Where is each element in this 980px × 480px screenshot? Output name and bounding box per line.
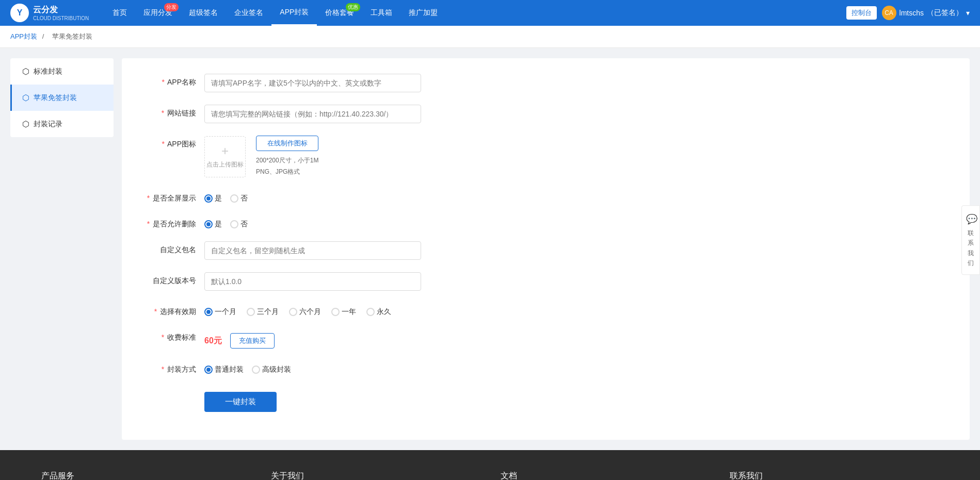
label-website: * 网站链接	[142, 105, 204, 118]
sidebar-item-records[interactable]: ⬡ 封装记录	[10, 111, 114, 137]
footer-title-docs: 文档	[501, 471, 710, 480]
control-app-name	[204, 74, 421, 92]
footer-section-products: 产品服务 托管分发	[41, 471, 250, 480]
form-area: * APP名称 * 网站链接 * APP图标	[122, 58, 970, 440]
avatar: CA	[882, 6, 896, 20]
nav-app-dist[interactable]: 应用分发 分发	[135, 0, 181, 26]
fullscreen-yes[interactable]: 是	[204, 194, 222, 203]
validity-6month[interactable]: 六个月	[289, 307, 321, 317]
online-icon-btn[interactable]: 在线制作图标	[256, 136, 318, 151]
row-custom-package: 自定义包名	[142, 241, 949, 260]
radio-pack-advanced[interactable]	[252, 366, 260, 374]
footer-grid: 产品服务 托管分发 关于我们 公司简介 文档 实名认证 联系我们 联系扣扣：10…	[41, 471, 939, 480]
validity-forever[interactable]: 永久	[366, 307, 391, 317]
label-app-icon: * APP图标	[142, 136, 204, 149]
sidebar: ⬡ 标准封装 ⬡ 苹果免签封装 ⬡ 封装记录	[10, 58, 114, 137]
nav-promote[interactable]: 推广加盟	[400, 0, 446, 26]
control-allow-delete: 是 否	[204, 216, 421, 229]
radio-fullscreen-no[interactable]	[230, 194, 238, 203]
user-status: （已签名）	[927, 8, 963, 18]
icon-upload-info: 在线制作图标 200*200尺寸，小于1M PNG、JPG格式	[256, 136, 318, 177]
nav-tools[interactable]: 工具箱	[362, 0, 400, 26]
logo: Y 云分发 CLOUD DISTRIBUTION	[10, 4, 89, 22]
recharge-btn[interactable]: 充值购买	[230, 333, 275, 349]
custom-version-input[interactable]	[204, 272, 421, 291]
icon-upload-area: + 点击上传图标 在线制作图标 200*200尺寸，小于1M PNG、JPG格式	[204, 136, 421, 177]
contact-label: 联系我们	[966, 229, 975, 269]
label-validity: * 选择有效期	[142, 303, 204, 317]
row-fullscreen: * 是否全屏显示 是 否	[142, 190, 949, 203]
breadcrumb-current: 苹果免签封装	[52, 32, 92, 40]
standard-pack-icon: ⬡	[22, 67, 29, 76]
breadcrumb-link[interactable]: APP封装	[10, 32, 37, 40]
nav-app-pack[interactable]: APP封装	[271, 0, 317, 26]
radio-1month[interactable]	[204, 308, 213, 316]
sidebar-label-apple: 苹果免签封装	[34, 93, 77, 103]
fullscreen-no[interactable]: 否	[230, 194, 248, 203]
nav-price[interactable]: 价格套餐 优惠	[317, 0, 362, 26]
control-fullscreen: 是 否	[204, 190, 421, 203]
label-pack-method: * 封装方式	[142, 361, 204, 374]
pack-method-radio-group: 普通封装 高级封装	[204, 361, 421, 374]
control-pack-method: 普通封装 高级封装	[204, 361, 421, 374]
breadcrumb: APP封装 / 苹果免签封装	[0, 26, 980, 48]
radio-delete-yes[interactable]	[204, 220, 213, 228]
nav-super-sign[interactable]: 超级签名	[181, 0, 226, 26]
validity-3month[interactable]: 三个月	[247, 307, 279, 317]
sidebar-item-apple[interactable]: ⬡ 苹果免签封装	[10, 85, 114, 111]
label-fee: * 收费标准	[142, 329, 204, 342]
main-content: ⬡ 标准封装 ⬡ 苹果免签封装 ⬡ 封装记录 * APP名称 *	[0, 48, 980, 450]
footer-title-about: 关于我们	[271, 471, 480, 480]
sidebar-label-standard: 标准封装	[34, 67, 62, 76]
row-website: * 网站链接	[142, 105, 949, 123]
row-app-name: * APP名称	[142, 74, 949, 92]
sidebar-item-standard[interactable]: ⬡ 标准封装	[10, 58, 114, 85]
fee-row: 60元 充值购买	[204, 329, 421, 349]
radio-forever[interactable]	[366, 308, 375, 316]
control-validity: 一个月 三个月 六个月 一年	[204, 303, 421, 317]
control-website	[204, 105, 421, 123]
sidebar-label-records: 封装记录	[34, 120, 62, 129]
pack-advanced[interactable]: 高级封装	[252, 365, 291, 374]
pack-normal[interactable]: 普通封装	[204, 365, 244, 374]
validity-1year[interactable]: 一年	[331, 307, 356, 317]
app-name-input[interactable]	[204, 74, 421, 92]
nav-enterprise-sign[interactable]: 企业签名	[226, 0, 271, 26]
validity-1month[interactable]: 一个月	[204, 307, 236, 317]
radio-delete-no[interactable]	[230, 220, 238, 228]
icon-hints: 200*200尺寸，小于1M PNG、JPG格式	[256, 155, 318, 177]
radio-1year[interactable]	[331, 308, 340, 316]
radio-3month[interactable]	[247, 308, 255, 316]
icon-upload-box[interactable]: + 点击上传图标	[204, 136, 246, 177]
header: Y 云分发 CLOUD DISTRIBUTION 首页 应用分发 分发 超级签名…	[0, 0, 980, 26]
custom-package-input[interactable]	[204, 241, 421, 260]
row-allow-delete: * 是否允许删除 是 否	[142, 216, 949, 229]
control-fee: 60元 充值购买	[204, 329, 421, 349]
username: lmtschs	[899, 9, 924, 17]
row-submit: 一键封装	[142, 387, 949, 412]
delete-no[interactable]: 否	[230, 220, 248, 229]
price-badge: 优惠	[346, 3, 360, 11]
nav-home[interactable]: 首页	[104, 0, 135, 26]
row-validity: * 选择有效期 一个月 三个月 六个月	[142, 303, 949, 317]
validity-radio-group: 一个月 三个月 六个月 一年	[204, 303, 421, 317]
dropdown-icon: ▾	[966, 9, 970, 17]
radio-6month[interactable]	[289, 308, 297, 316]
label-custom-version: 自定义版本号	[142, 272, 204, 286]
label-custom-package: 自定义包名	[142, 241, 204, 255]
radio-fullscreen-yes[interactable]	[204, 194, 213, 203]
apple-pack-icon: ⬡	[22, 93, 29, 103]
allow-delete-radio-group: 是 否	[204, 216, 421, 229]
contact-icon: 💬	[966, 212, 975, 227]
main-nav: 首页 应用分发 分发 超级签名 企业签名 APP封装 价格套餐 优惠 工具箱 推…	[104, 0, 846, 26]
fullscreen-radio-group: 是 否	[204, 190, 421, 203]
radio-pack-normal[interactable]	[204, 366, 213, 374]
delete-yes[interactable]: 是	[204, 220, 222, 229]
logo-sub: CLOUD DISTRIBUTION	[33, 15, 89, 21]
floating-contact[interactable]: 💬 联系我们	[961, 205, 980, 275]
website-input[interactable]	[204, 105, 421, 123]
ctrl-btn[interactable]: 控制台	[846, 6, 877, 20]
footer-section-about: 关于我们 公司简介	[271, 471, 480, 480]
user-info[interactable]: CA lmtschs （已签名） ▾	[882, 6, 970, 20]
submit-btn[interactable]: 一键封装	[204, 392, 277, 412]
